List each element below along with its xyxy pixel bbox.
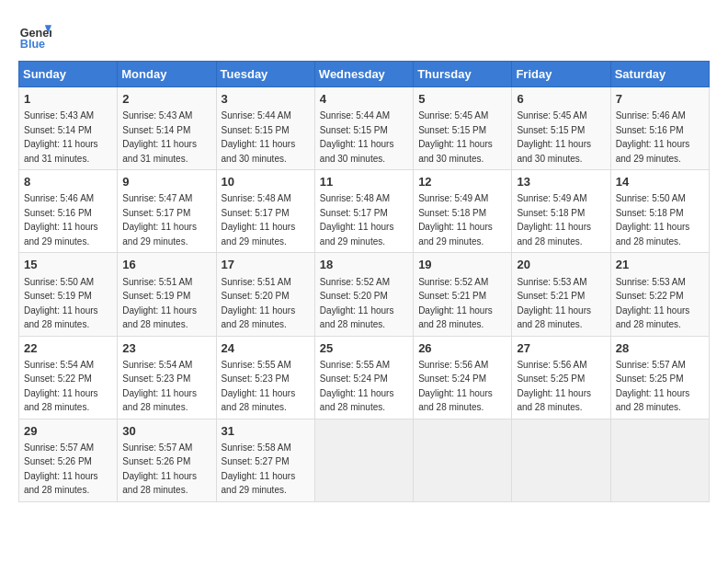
day-info: Sunrise: 5:56 AMSunset: 5:25 PMDaylight:… (517, 360, 591, 413)
day-info: Sunrise: 5:55 AMSunset: 5:23 PMDaylight:… (222, 360, 296, 413)
day-info: Sunrise: 5:44 AMSunset: 5:15 PMDaylight:… (222, 110, 296, 164)
calendar-day-cell: 8 Sunrise: 5:46 AMSunset: 5:16 PMDayligh… (19, 170, 118, 253)
calendar-day-cell (414, 419, 512, 501)
calendar-body: 1 Sunrise: 5:43 AMSunset: 5:14 PMDayligh… (19, 87, 710, 502)
day-number: 11 (320, 174, 408, 190)
day-info: Sunrise: 5:46 AMSunset: 5:16 PMDaylight:… (24, 193, 98, 247)
calendar-day-cell: 29 Sunrise: 5:57 AMSunset: 5:26 PMDaylig… (19, 419, 118, 501)
calendar-day-cell: 28 Sunrise: 5:57 AMSunset: 5:25 PMDaylig… (610, 336, 709, 419)
day-number: 6 (517, 91, 605, 108)
day-number: 1 (24, 91, 112, 108)
day-info: Sunrise: 5:43 AMSunset: 5:14 PMDaylight:… (122, 110, 197, 164)
day-info: Sunrise: 5:55 AMSunset: 5:24 PMDaylight:… (320, 360, 394, 413)
day-info: Sunrise: 5:44 AMSunset: 5:15 PMDaylight:… (320, 110, 394, 164)
day-number: 22 (24, 340, 112, 357)
weekday-header-cell: Monday (118, 62, 216, 87)
day-info: Sunrise: 5:47 AMSunset: 5:17 PMDaylight:… (122, 193, 197, 247)
calendar-week-row: 22 Sunrise: 5:54 AMSunset: 5:22 PMDaylig… (19, 336, 710, 419)
logo: General Blue (18, 18, 51, 52)
calendar-day-cell: 4 Sunrise: 5:44 AMSunset: 5:15 PMDayligh… (314, 87, 413, 170)
day-number: 28 (616, 340, 704, 357)
calendar-week-row: 15 Sunrise: 5:50 AMSunset: 5:19 PMDaylig… (19, 253, 710, 336)
day-number: 13 (517, 174, 605, 190)
calendar-day-cell: 19 Sunrise: 5:52 AMSunset: 5:21 PMDaylig… (414, 253, 512, 336)
day-info: Sunrise: 5:50 AMSunset: 5:18 PMDaylight:… (616, 193, 690, 247)
day-info: Sunrise: 5:57 AMSunset: 5:25 PMDaylight:… (616, 360, 690, 413)
day-number: 29 (24, 423, 112, 440)
day-number: 18 (320, 257, 408, 273)
page-header: General Blue (18, 18, 710, 52)
weekday-header-cell: Wednesday (314, 62, 413, 87)
day-info: Sunrise: 5:43 AMSunset: 5:14 PMDaylight:… (24, 110, 98, 164)
day-number: 27 (517, 340, 605, 357)
day-info: Sunrise: 5:52 AMSunset: 5:20 PMDaylight:… (320, 277, 394, 330)
day-number: 2 (122, 91, 210, 108)
calendar-day-cell: 31 Sunrise: 5:58 AMSunset: 5:27 PMDaylig… (216, 419, 314, 501)
day-number: 15 (24, 257, 112, 273)
day-number: 23 (122, 340, 210, 357)
calendar-day-cell: 10 Sunrise: 5:48 AMSunset: 5:17 PMDaylig… (216, 170, 314, 253)
day-number: 26 (418, 340, 506, 357)
calendar-day-cell: 25 Sunrise: 5:55 AMSunset: 5:24 PMDaylig… (314, 336, 413, 419)
day-number: 20 (517, 257, 605, 273)
day-info: Sunrise: 5:52 AMSunset: 5:21 PMDaylight:… (418, 277, 493, 330)
calendar-day-cell: 20 Sunrise: 5:53 AMSunset: 5:21 PMDaylig… (512, 253, 610, 336)
day-number: 8 (24, 174, 112, 190)
day-info: Sunrise: 5:46 AMSunset: 5:16 PMDaylight:… (616, 110, 690, 164)
weekday-header-cell: Thursday (414, 62, 512, 87)
calendar-day-cell: 6 Sunrise: 5:45 AMSunset: 5:15 PMDayligh… (512, 87, 610, 170)
day-info: Sunrise: 5:54 AMSunset: 5:22 PMDaylight:… (24, 360, 98, 413)
day-info: Sunrise: 5:45 AMSunset: 5:15 PMDaylight:… (418, 110, 493, 164)
calendar-week-row: 8 Sunrise: 5:46 AMSunset: 5:16 PMDayligh… (19, 170, 710, 253)
day-info: Sunrise: 5:57 AMSunset: 5:26 PMDaylight:… (24, 442, 98, 496)
calendar-day-cell: 24 Sunrise: 5:55 AMSunset: 5:23 PMDaylig… (216, 336, 314, 419)
day-info: Sunrise: 5:49 AMSunset: 5:18 PMDaylight:… (418, 193, 493, 247)
calendar-day-cell: 23 Sunrise: 5:54 AMSunset: 5:23 PMDaylig… (118, 336, 216, 419)
weekday-header-row: SundayMondayTuesdayWednesdayThursdayFrid… (19, 62, 710, 87)
day-number: 19 (418, 257, 506, 273)
calendar-table: SundayMondayTuesdayWednesdayThursdayFrid… (18, 61, 710, 502)
day-info: Sunrise: 5:56 AMSunset: 5:24 PMDaylight:… (418, 360, 493, 413)
calendar-day-cell: 12 Sunrise: 5:49 AMSunset: 5:18 PMDaylig… (414, 170, 512, 253)
day-number: 24 (222, 340, 310, 357)
day-info: Sunrise: 5:53 AMSunset: 5:21 PMDaylight:… (517, 277, 591, 330)
svg-text:Blue: Blue (20, 38, 45, 51)
day-number: 14 (616, 174, 704, 190)
day-number: 7 (616, 91, 704, 108)
calendar-day-cell: 11 Sunrise: 5:48 AMSunset: 5:17 PMDaylig… (314, 170, 413, 253)
day-number: 4 (320, 91, 408, 108)
calendar-day-cell: 13 Sunrise: 5:49 AMSunset: 5:18 PMDaylig… (512, 170, 610, 253)
calendar-day-cell (610, 419, 709, 501)
calendar-day-cell: 17 Sunrise: 5:51 AMSunset: 5:20 PMDaylig… (216, 253, 314, 336)
day-number: 12 (418, 174, 506, 190)
day-info: Sunrise: 5:49 AMSunset: 5:18 PMDaylight:… (517, 193, 591, 247)
day-info: Sunrise: 5:53 AMSunset: 5:22 PMDaylight:… (616, 277, 690, 330)
day-number: 10 (222, 174, 310, 190)
day-number: 16 (122, 257, 210, 273)
calendar-day-cell: 30 Sunrise: 5:57 AMSunset: 5:26 PMDaylig… (118, 419, 216, 501)
weekday-header-cell: Sunday (19, 62, 118, 87)
day-info: Sunrise: 5:51 AMSunset: 5:19 PMDaylight:… (122, 277, 197, 330)
calendar-day-cell: 9 Sunrise: 5:47 AMSunset: 5:17 PMDayligh… (118, 170, 216, 253)
day-info: Sunrise: 5:51 AMSunset: 5:20 PMDaylight:… (222, 277, 296, 330)
logo-icon: General Blue (18, 18, 51, 52)
day-number: 30 (122, 423, 210, 440)
calendar-week-row: 1 Sunrise: 5:43 AMSunset: 5:14 PMDayligh… (19, 87, 710, 170)
day-info: Sunrise: 5:45 AMSunset: 5:15 PMDaylight:… (517, 110, 591, 164)
weekday-header-cell: Saturday (610, 62, 709, 87)
weekday-header-cell: Tuesday (216, 62, 314, 87)
day-number: 5 (418, 91, 506, 108)
calendar-day-cell: 2 Sunrise: 5:43 AMSunset: 5:14 PMDayligh… (118, 87, 216, 170)
day-number: 9 (122, 174, 210, 190)
calendar-day-cell: 7 Sunrise: 5:46 AMSunset: 5:16 PMDayligh… (610, 87, 709, 170)
calendar-day-cell: 26 Sunrise: 5:56 AMSunset: 5:24 PMDaylig… (414, 336, 512, 419)
day-number: 3 (222, 91, 310, 108)
day-info: Sunrise: 5:48 AMSunset: 5:17 PMDaylight:… (222, 193, 296, 247)
day-number: 21 (616, 257, 704, 273)
calendar-day-cell (314, 419, 413, 501)
calendar-day-cell: 1 Sunrise: 5:43 AMSunset: 5:14 PMDayligh… (19, 87, 118, 170)
calendar-week-row: 29 Sunrise: 5:57 AMSunset: 5:26 PMDaylig… (19, 419, 710, 501)
calendar-day-cell: 14 Sunrise: 5:50 AMSunset: 5:18 PMDaylig… (610, 170, 709, 253)
weekday-header-cell: Friday (512, 62, 610, 87)
day-number: 17 (222, 257, 310, 273)
